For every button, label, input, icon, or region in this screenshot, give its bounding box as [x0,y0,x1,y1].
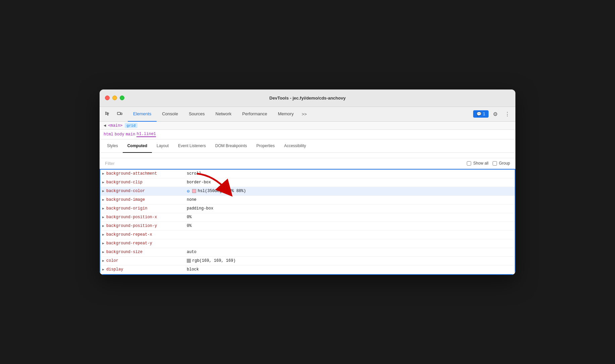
close-button[interactable] [105,96,110,100]
sub-tab-dom-breakpoints[interactable]: DOM Breakpoints [211,139,252,153]
color-swatch[interactable] [192,189,196,193]
breadcrumb: html body main h1.line1 [100,130,515,139]
prop-name: background-position-y [106,224,187,228]
show-all-label[interactable]: Show all [467,161,488,166]
tab-sources[interactable]: Sources [183,107,210,122]
toolbar-icons [102,109,125,119]
prop-value-text: padding-box [187,206,213,211]
prop-name: background-attachment [106,171,187,176]
devtools-window: DevTools - jec.fyi/demo/cds-anchovy Elem… [100,89,515,275]
table-row: ▶background-color⊙hsl(350deg 100% 88%) [100,187,515,196]
group-label[interactable]: Group [493,161,510,166]
more-tabs-button[interactable]: >> [299,107,310,121]
prop-expander[interactable]: ▶ [100,240,106,246]
tab-network[interactable]: Network [210,107,237,122]
table-row: ▶background-position-x0% [100,213,515,222]
prop-value-text: hsl(350deg 100% 88%) [198,189,246,193]
table-row: ▶displayblock [100,265,515,274]
tag-main[interactable]: <main> [108,123,122,128]
prop-value-text: border-box [187,180,211,185]
prop-expander[interactable]: ▶ [100,188,106,194]
group-checkbox[interactable] [493,161,497,166]
table-row: ▶background-imagenone [100,196,515,204]
filter-bar: Show all Group [100,158,515,169]
messages-badge-button[interactable]: 💬 1 [473,110,489,118]
prop-value: scroll [187,171,201,176]
breadcrumb-body[interactable]: body [115,132,124,137]
more-options-button[interactable]: ⋮ [502,109,513,119]
prop-expander[interactable]: ▶ [100,214,106,220]
prop-name: background-image [106,197,187,202]
color-swatch[interactable] [187,259,191,263]
sub-tab-layout[interactable]: Layout [152,139,173,153]
element-tag-path: ◀ <main> grid [100,122,515,130]
prop-value: none [187,197,197,202]
table-row: ▶background-clipborder-box [100,178,515,187]
sub-tab-properties[interactable]: Properties [251,139,279,153]
sub-tab-styles[interactable]: Styles [102,139,123,153]
tab-console[interactable]: Console [157,107,183,122]
prop-expander[interactable]: ▶ [100,197,106,203]
inspect-element-button[interactable] [102,109,113,119]
prop-value-text: block [187,267,199,272]
breadcrumb-h1[interactable]: h1.line1 [136,132,156,137]
prop-value-text: 0% [187,224,191,228]
maximize-button[interactable] [120,96,124,100]
table-row: ▶background-originpadding-box [100,204,515,213]
sub-tab-accessibility[interactable]: Accessibility [279,139,311,153]
table-row: ▶background-position-y0% [100,222,515,231]
prop-value: 0% [187,215,191,220]
override-icon: ⊙ [187,188,189,194]
breadcrumb-html[interactable]: html [104,132,113,137]
prop-expander[interactable]: ▶ [100,232,106,238]
computed-properties-list[interactable]: ▶background-attachmentscroll▶background-… [100,169,515,275]
filter-input[interactable] [105,161,461,166]
main-tab-bar: Elements Console Sources Network Perform… [100,107,515,122]
prop-expander[interactable]: ▶ [100,266,106,272]
prop-expander[interactable]: ▶ [100,223,106,229]
filter-options: Show all Group [467,161,510,166]
prop-value: padding-box [187,206,213,211]
sub-tab-event-listeners[interactable]: Event Listeners [173,139,211,153]
prop-name: background-repeat-x [106,232,187,237]
prop-value: 0% [187,224,191,228]
prop-name: background-color [106,189,187,193]
prop-expander[interactable]: ▶ [100,179,106,185]
prop-name: color [106,258,187,263]
prop-value: border-box [187,180,211,185]
title-bar: DevTools - jec.fyi/demo/cds-anchovy [100,89,515,107]
prop-expander[interactable]: ▶ [100,171,106,177]
prop-expander[interactable]: ▶ [100,205,106,211]
show-all-checkbox[interactable] [467,161,471,166]
prop-name: background-repeat-y [106,241,187,246]
table-row: ▶colorrgb(169, 169, 169) [100,257,515,265]
prop-value-text: rgb(169, 169, 169) [192,258,236,263]
prop-name: background-size [106,250,187,254]
prop-value: rgb(169, 169, 169) [187,258,236,263]
table-row: ▶background-repeat-x [100,231,515,239]
spacer [100,153,515,158]
tab-performance[interactable]: Performance [237,107,272,122]
prop-value: block [187,267,199,272]
prop-value: auto [187,250,197,254]
prop-name: background-origin [106,206,187,211]
prop-value-text: scroll [187,171,201,176]
properties-wrapper: ▶background-attachmentscroll▶background-… [100,169,515,275]
tab-memory[interactable]: Memory [273,107,299,122]
prop-name: display [106,267,187,272]
sub-tab-computed[interactable]: Computed [123,139,152,153]
layout-badge: grid [125,123,138,128]
prop-name: background-clip [106,180,187,185]
prop-expander[interactable]: ▶ [100,249,106,255]
table-row: ▶background-attachmentscroll [100,170,515,178]
svg-rect-1 [121,113,122,115]
settings-button[interactable]: ⚙ [490,109,501,119]
prop-value-text: 0% [187,215,191,220]
tab-elements[interactable]: Elements [128,107,157,122]
breadcrumb-main[interactable]: main [126,132,135,137]
minimize-button[interactable] [112,96,117,100]
tab-bar-right: 💬 1 ⚙ ⋮ [473,109,513,119]
device-toolbar-button[interactable] [114,109,125,119]
prop-name: background-position-x [106,215,187,220]
prop-expander[interactable]: ▶ [100,258,106,264]
